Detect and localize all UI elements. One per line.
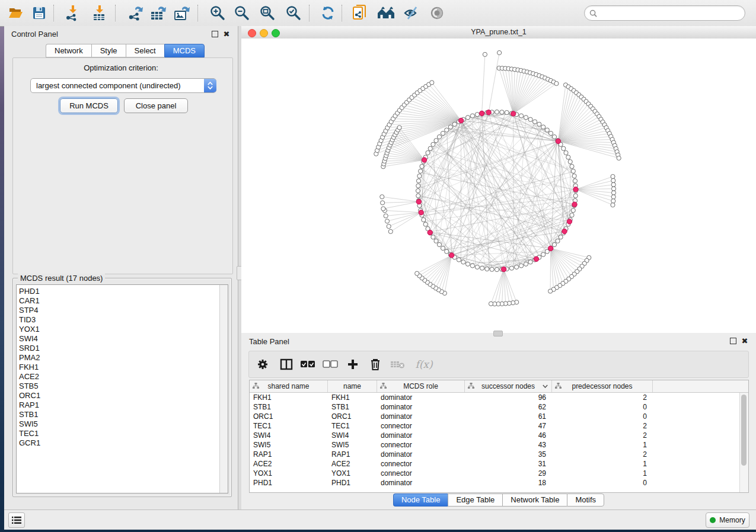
table-row[interactable]: TEC1TEC1connector472 (250, 421, 748, 431)
zoom-in-icon[interactable] (208, 4, 227, 23)
selected-hub-node[interactable] (534, 257, 538, 261)
close-table-panel-icon[interactable]: ✖ (741, 336, 749, 345)
mcds-result-item[interactable]: SRD1 (19, 344, 218, 353)
table-cell-predecessors[interactable]: 1 (552, 459, 653, 469)
zoom-fit-icon[interactable] (258, 4, 277, 23)
table-cell-successors[interactable]: 46 (465, 431, 552, 440)
column-header-mcds-role[interactable]: MCDS role (377, 380, 465, 392)
selected-hub-node[interactable] (548, 246, 553, 251)
mcds-result-item[interactable]: CAR1 (19, 296, 218, 306)
mcds-result-item[interactable]: STB1 (19, 410, 218, 419)
selected-hub-node[interactable] (458, 118, 463, 123)
table-cell-name[interactable]: TEC1 (328, 421, 377, 431)
table-cell-predecessors[interactable]: 0 (552, 402, 653, 412)
open-file-icon[interactable] (7, 4, 26, 23)
table-cell-name[interactable]: SWI4 (328, 431, 377, 440)
table-cell-predecessors[interactable]: 2 (552, 450, 653, 459)
table-cell-successors[interactable]: 18 (465, 478, 552, 488)
tab-network[interactable]: Network (46, 44, 91, 57)
selected-hub-node[interactable] (572, 202, 577, 207)
table-cell-shared-name[interactable]: ORC1 (250, 412, 328, 421)
table-cell-role[interactable]: connector (377, 469, 465, 478)
column-header-predecessor-nodes[interactable]: predecessor nodes (552, 380, 653, 392)
table-cell-shared-name[interactable]: SWI4 (250, 431, 328, 440)
import-network-icon[interactable] (63, 4, 82, 23)
table-cell-predecessors[interactable]: 2 (552, 431, 653, 440)
import-table-icon[interactable] (90, 4, 109, 23)
network-from-file-icon[interactable] (350, 4, 369, 23)
table-row[interactable]: STB1STB1dominator620 (250, 402, 748, 412)
export-network-icon[interactable] (126, 4, 145, 23)
function-builder-icon[interactable]: f(x) (412, 355, 436, 373)
run-mcds-button[interactable]: Run MCDS (60, 98, 118, 113)
export-table-icon[interactable] (149, 4, 168, 23)
table-cell-shared-name[interactable]: RAP1 (250, 450, 328, 459)
tab-style[interactable]: Style (91, 44, 126, 57)
table-cell-name[interactable]: YOX1 (328, 469, 377, 478)
table-cell-role[interactable]: dominator (377, 412, 465, 421)
table-cell-shared-name[interactable]: SWI5 (250, 440, 328, 450)
deselect-all-icon[interactable] (321, 355, 339, 373)
selected-hub-node[interactable] (419, 210, 423, 215)
table-cell-predecessors[interactable]: 1 (552, 440, 653, 450)
table-cell-role[interactable]: connector (377, 421, 465, 431)
column-header-shared-name[interactable]: shared name (250, 380, 328, 392)
table-row[interactable]: ORC1ORC1dominator610 (250, 412, 748, 421)
table-cell-role[interactable]: connector (377, 440, 465, 450)
table-cell-predecessors[interactable]: 0 (552, 478, 653, 488)
table-row[interactable]: SWI4SWI4dominator462 (250, 431, 748, 440)
selected-hub-node[interactable] (567, 219, 572, 224)
table-cell-role[interactable]: dominator (377, 402, 465, 412)
table-cell-role[interactable]: dominator (377, 478, 465, 488)
table-cell-name[interactable]: ACE2 (328, 459, 377, 469)
selected-hub-node[interactable] (422, 158, 426, 162)
table-cell-shared-name[interactable]: FKH1 (250, 393, 328, 402)
add-column-icon[interactable] (344, 355, 362, 373)
memory-button[interactable]: Memory (706, 512, 749, 528)
table-cell-predecessors[interactable]: 0 (552, 412, 653, 421)
table-cell-successors[interactable]: 35 (465, 450, 552, 459)
table-row[interactable]: RAP1RAP1dominator352 (250, 450, 748, 459)
table-cell-shared-name[interactable]: ACE2 (250, 459, 328, 469)
delete-table-icon[interactable] (389, 355, 407, 373)
selected-hub-node[interactable] (486, 110, 491, 115)
table-cell-shared-name[interactable]: PHD1 (250, 478, 328, 488)
tab-mcds[interactable]: MCDS (164, 44, 205, 57)
table-cell-name[interactable]: FKH1 (328, 393, 377, 402)
delete-column-icon[interactable] (366, 355, 384, 373)
column-header-name[interactable]: name (328, 380, 377, 392)
table-cell-shared-name[interactable]: TEC1 (250, 421, 328, 431)
table-cell-successors[interactable]: 61 (465, 412, 552, 421)
mcds-result-item[interactable]: SWI4 (19, 334, 218, 344)
mcds-result-list[interactable]: PHD1CAR1STP4TID3YOX1SWI4SRD1PMA2FKH1ACE2… (16, 284, 228, 493)
zoom-out-icon[interactable] (232, 4, 251, 23)
selected-hub-node[interactable] (428, 230, 432, 235)
selected-hub-node[interactable] (501, 267, 506, 271)
export-image-icon[interactable] (173, 4, 192, 23)
tab-node-table[interactable]: Node Table (393, 493, 448, 507)
tab-select[interactable]: Select (126, 44, 164, 57)
mcds-result-item[interactable]: PMA2 (19, 353, 218, 363)
table-cell-predecessors[interactable]: 1 (552, 469, 653, 478)
table-cell-name[interactable]: PHD1 (328, 478, 377, 488)
table-cell-successors[interactable]: 96 (465, 393, 552, 402)
table-cell-successors[interactable]: 31 (465, 459, 552, 469)
select-all-icon[interactable] (299, 355, 317, 373)
selected-hub-node[interactable] (573, 187, 578, 192)
table-cell-successors[interactable]: 62 (465, 402, 552, 412)
selected-hub-node[interactable] (511, 111, 516, 116)
mcds-result-item[interactable]: ORC1 (19, 391, 218, 400)
tab-motifs[interactable]: Motifs (567, 493, 604, 507)
mcds-result-item[interactable]: SWI5 (19, 419, 218, 429)
table-cell-role[interactable]: connector (377, 459, 465, 469)
table-cell-role[interactable]: dominator (377, 393, 465, 402)
table-row[interactable]: SWI5SWI5connector431 (250, 440, 748, 450)
zoom-selected-icon[interactable] (284, 4, 303, 23)
mcds-result-item[interactable]: RAP1 (19, 400, 218, 410)
tab-edge-table[interactable]: Edge Table (448, 493, 502, 507)
save-session-icon[interactable] (30, 4, 49, 23)
refresh-layout-icon[interactable] (318, 4, 337, 23)
mcds-result-item[interactable]: GCR1 (19, 438, 218, 448)
selected-hub-node[interactable] (562, 229, 567, 233)
first-neighbors-icon[interactable] (377, 4, 395, 23)
